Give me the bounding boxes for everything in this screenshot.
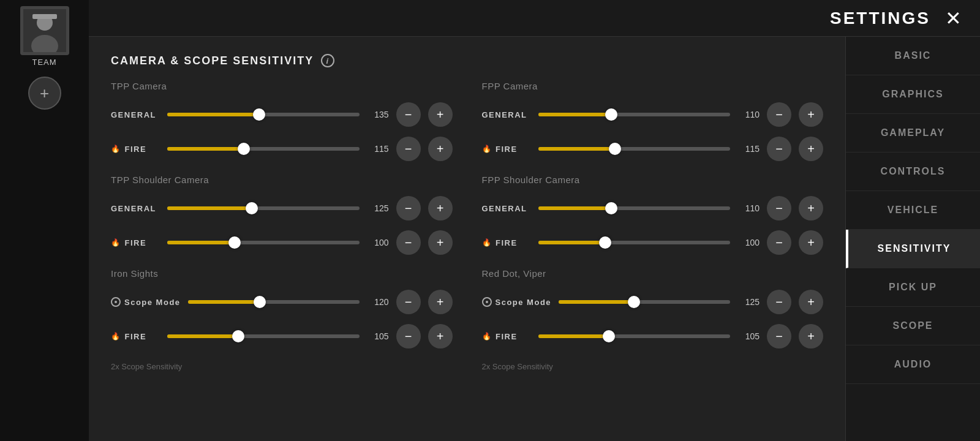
top-bar: SETTINGS ✕ [89, 0, 980, 37]
iron-scope-mode-label: Scope Mode [111, 297, 181, 307]
add-team-button[interactable]: + [28, 77, 61, 110]
tpp-fire-decrement[interactable]: − [396, 137, 421, 161]
avatar [20, 6, 69, 55]
red-dot-fire-value: 105 [737, 331, 760, 341]
nav-item-sensitivity[interactable]: SENSITIVITY [846, 230, 980, 268]
team-label: TEAM [32, 58, 56, 67]
red-dot-header: Red Dot, Viper [482, 268, 824, 279]
right-column: FPP Camera GENERAL 110 − + 🔥 [482, 81, 824, 371]
iron-sights-section: Iron Sights Scope Mode 120 − + [111, 268, 453, 349]
left-bottom-label: 2x Scope Sensitivity [111, 362, 453, 371]
nav-item-controls[interactable]: CONTROLS [846, 153, 980, 191]
fpp-shoulder-section: FPP Shoulder Camera GENERAL 110 − + [482, 175, 824, 255]
tpp-fire-label: 🔥 FIRE [111, 145, 160, 154]
close-button[interactable]: ✕ [945, 9, 962, 28]
tpp-shoulder-general-decrement[interactable]: − [396, 196, 421, 221]
tpp-shoulder-fire-increment[interactable]: + [428, 230, 453, 255]
fpp-shoulder-fire-slider[interactable] [538, 241, 731, 244]
fpp-shoulder-fire-label: 🔥 FIRE [482, 238, 531, 247]
fpp-fire-increment[interactable]: + [799, 137, 823, 161]
red-dot-scope-slider[interactable] [559, 300, 730, 304]
fpp-general-decrement[interactable]: − [767, 102, 791, 127]
tpp-shoulder-general-value: 125 [367, 203, 389, 213]
red-dot-scope-decrement[interactable]: − [767, 290, 791, 314]
fpp-fire-decrement[interactable]: − [767, 137, 791, 161]
nav-item-basic[interactable]: BASIC [846, 37, 980, 75]
red-dot-fire-decrement[interactable]: − [767, 324, 791, 349]
tpp-general-label: GENERAL [111, 110, 160, 119]
iron-fire-row: 🔥 FIRE 105 − + [111, 324, 453, 349]
iron-scope-increment[interactable]: + [428, 290, 453, 314]
nav-item-vehicle[interactable]: VEHICLE [846, 191, 980, 230]
nav-item-pickup[interactable]: PICK UP [846, 268, 980, 307]
fpp-general-value: 110 [737, 110, 760, 119]
red-dot-fire-increment[interactable]: + [799, 324, 823, 349]
red-dot-scope-value: 125 [737, 297, 760, 307]
tpp-shoulder-fire-value: 100 [367, 238, 389, 247]
nav-item-gameplay[interactable]: GAMEPLAY [846, 114, 980, 153]
fpp-shoulder-fire-decrement[interactable]: − [767, 230, 791, 255]
fpp-shoulder-fire-increment[interactable]: + [799, 230, 823, 255]
fpp-general-row: GENERAL 110 − + [482, 102, 824, 127]
tpp-shoulder-section: TPP Shoulder Camera GENERAL 125 − + [111, 175, 453, 255]
tpp-fire-slider[interactable] [167, 147, 360, 151]
fpp-fire-label: 🔥 FIRE [482, 145, 531, 154]
tpp-general-increment[interactable]: + [428, 102, 453, 127]
iron-fire-decrement[interactable]: − [396, 324, 421, 349]
scope-icon [111, 297, 121, 307]
tpp-shoulder-fire-slider[interactable] [167, 241, 360, 244]
fpp-general-label: GENERAL [482, 110, 531, 119]
tpp-general-row: GENERAL 135 − + [111, 102, 453, 127]
iron-fire-label: 🔥 FIRE [111, 332, 160, 341]
right-bottom-label: 2x Scope Sensitivity [482, 362, 824, 371]
iron-scope-value: 120 [367, 297, 389, 307]
red-dot-fire-label: 🔥 FIRE [482, 332, 531, 341]
iron-fire-increment[interactable]: + [428, 324, 453, 349]
fpp-camera-section: FPP Camera GENERAL 110 − + 🔥 [482, 81, 824, 161]
fpp-shoulder-general-label: GENERAL [482, 204, 531, 213]
tpp-shoulder-fire-row: 🔥 FIRE 100 − + [111, 230, 453, 255]
tpp-shoulder-general-increment[interactable]: + [428, 196, 453, 221]
fpp-shoulder-header: FPP Shoulder Camera [482, 175, 824, 185]
main-content: CAMERA & SCOPE SENSITIVITY i TPP Camera … [89, 37, 845, 441]
iron-fire-value: 105 [367, 331, 389, 341]
fpp-shoulder-fire-row: 🔥 FIRE 100 − + [482, 230, 824, 255]
iron-scope-slider[interactable] [188, 300, 360, 304]
tpp-camera-header: TPP Camera [111, 81, 453, 91]
info-icon[interactable]: i [321, 54, 334, 67]
fpp-shoulder-general-decrement[interactable]: − [767, 196, 791, 221]
fpp-general-slider[interactable] [538, 113, 731, 116]
fpp-shoulder-general-increment[interactable]: + [799, 196, 823, 221]
iron-scope-mode-row: Scope Mode 120 − + [111, 290, 453, 314]
red-dot-scope-label: Scope Mode [482, 297, 552, 307]
tpp-fire-value: 115 [367, 144, 389, 154]
left-column: TPP Camera GENERAL 135 − + 🔥 [111, 81, 453, 371]
tpp-fire-row: 🔥 FIRE 115 − + [111, 137, 453, 161]
iron-sights-header: Iron Sights [111, 268, 453, 279]
fpp-shoulder-general-slider[interactable] [538, 206, 731, 210]
nav-item-audio[interactable]: AUDIO [846, 345, 980, 384]
fpp-shoulder-fire-value: 100 [737, 238, 760, 247]
nav-item-scope[interactable]: SCOPE [846, 307, 980, 345]
red-dot-scope-row: Scope Mode 125 − + [482, 290, 824, 314]
tpp-fire-increment[interactable]: + [428, 137, 453, 161]
left-sidebar: TEAM + [0, 0, 89, 441]
tpp-shoulder-general-row: GENERAL 125 − + [111, 196, 453, 221]
iron-fire-slider[interactable] [167, 334, 360, 338]
tpp-shoulder-general-slider[interactable] [167, 206, 360, 210]
fpp-general-increment[interactable]: + [799, 102, 823, 127]
red-dot-fire-slider[interactable] [538, 334, 731, 338]
nav-item-graphics[interactable]: GRAPHICS [846, 75, 980, 114]
settings-title: SETTINGS [830, 9, 930, 28]
right-nav: BASIC GRAPHICS GAMEPLAY CONTROLS VEHICLE… [845, 37, 980, 441]
columns-wrapper: TPP Camera GENERAL 135 − + 🔥 [111, 81, 823, 371]
iron-scope-decrement[interactable]: − [396, 290, 421, 314]
tpp-general-decrement[interactable]: − [396, 102, 421, 127]
tpp-shoulder-fire-decrement[interactable]: − [396, 230, 421, 255]
fpp-fire-slider[interactable] [538, 147, 731, 151]
red-dot-scope-increment[interactable]: + [799, 290, 823, 314]
tpp-general-slider[interactable] [167, 113, 360, 116]
red-dot-section: Red Dot, Viper Scope Mode 125 − + [482, 268, 824, 349]
fpp-fire-row: 🔥 FIRE 115 − + [482, 137, 824, 161]
tpp-general-value: 135 [367, 110, 389, 119]
